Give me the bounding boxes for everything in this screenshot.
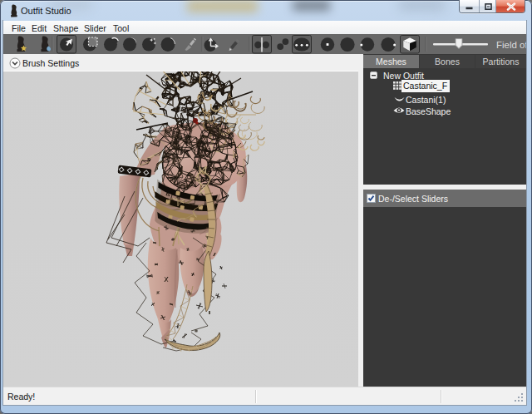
svg-text:Field of: Field of <box>496 40 526 50</box>
